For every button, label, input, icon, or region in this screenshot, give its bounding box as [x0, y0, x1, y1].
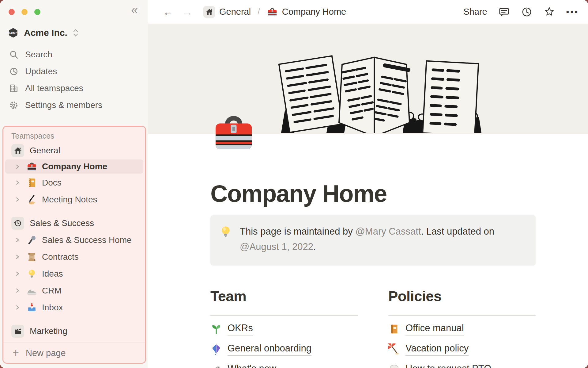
sidebar-page-sales-success-home[interactable]: Sales & Success Home	[3, 232, 145, 248]
content-columns: Team OKRs	[210, 288, 536, 368]
breadcrumb-separator: /	[258, 7, 260, 17]
policies-column: Policies Office manual	[388, 288, 536, 368]
building-icon	[9, 83, 19, 94]
page-link-vacation-policy[interactable]: Vacation policy	[388, 342, 536, 356]
date-mention[interactable]: @August 1, 2022	[240, 241, 313, 252]
toolbox-icon	[267, 7, 278, 17]
sidebar-item-search[interactable]: Search	[0, 46, 148, 63]
sidebar-divider	[3, 343, 145, 343]
minimize-window-button[interactable]	[21, 9, 28, 15]
gear-icon	[9, 100, 19, 110]
page-link-label: What's new	[228, 363, 276, 368]
sidebar-item-label: Updates	[25, 67, 57, 76]
updates-clock-icon	[9, 66, 19, 77]
cover-illustration	[267, 51, 481, 133]
teamspace-label: Sales & Success	[30, 218, 94, 228]
sidebar-page-company-home[interactable]: Company Home	[5, 159, 143, 174]
sneaker-icon	[26, 285, 38, 297]
teamspaces-section-label[interactable]: Teamspaces	[3, 130, 145, 142]
sidebar-item-settings[interactable]: Settings & members	[0, 97, 148, 113]
star-icon[interactable]	[544, 6, 555, 18]
share-button[interactable]: Share	[463, 7, 487, 17]
back-button[interactable]: ←	[163, 7, 173, 17]
page-link-office-manual[interactable]: Office manual	[388, 322, 536, 336]
page-label: Contracts	[42, 252, 79, 262]
lightbulb-icon	[26, 268, 38, 280]
teamspace-general[interactable]: General	[3, 142, 145, 159]
seedling-icon	[210, 323, 222, 335]
breadcrumb-item-general[interactable]: General	[219, 7, 251, 17]
plus-icon: +	[13, 347, 19, 358]
toggle-chevron-icon[interactable]	[15, 254, 26, 259]
zoom-window-button[interactable]	[34, 9, 40, 15]
sidebar-page-contracts[interactable]: Contracts	[3, 248, 145, 265]
page-link-label: How to request PTO	[405, 363, 491, 368]
page-link-how-to-request-pto[interactable]: How to request PTO	[388, 362, 536, 368]
page-link-general-onboarding[interactable]: General onboarding	[210, 342, 358, 356]
sidebar-page-inbox[interactable]: Inbox	[3, 299, 145, 316]
page-link-label: General onboarding	[228, 343, 311, 356]
comment-icon[interactable]	[498, 6, 510, 18]
page-title[interactable]: Company Home	[210, 180, 387, 208]
callout-segment: . Last updated on	[421, 226, 494, 237]
sidebar-item-updates[interactable]: Updates	[0, 63, 148, 80]
breadcrumb-item-company-home[interactable]: Company Home	[282, 7, 346, 17]
microphone-icon	[26, 234, 38, 246]
clapper-board-icon	[11, 325, 24, 338]
collapse-sidebar-icon[interactable]: «	[131, 4, 138, 16]
callout-text: This page is maintained by @Mary Cassatt…	[240, 224, 517, 257]
kite-icon	[210, 343, 222, 355]
sidebar: « ACME Acme Inc.	[0, 0, 148, 368]
team-column: Team OKRs	[210, 288, 358, 368]
thought-balloon-icon	[388, 364, 400, 368]
toolbox-icon	[26, 161, 38, 172]
topbar-actions: Share	[463, 6, 579, 18]
sidebar-page-meeting-notes[interactable]: Meeting Notes	[3, 191, 145, 208]
new-page-button[interactable]: + New page	[3, 345, 145, 361]
notion-window: « ACME Acme Inc.	[0, 0, 588, 368]
page-link-label: Vacation policy	[405, 343, 469, 356]
toggle-chevron-icon[interactable]	[15, 164, 26, 169]
ellipsis-icon[interactable]: •••	[566, 7, 579, 17]
forward-button[interactable]: →	[182, 7, 192, 17]
writing-hand-icon	[26, 194, 38, 205]
beach-umbrella-icon	[388, 343, 400, 355]
workspace-switcher[interactable]: ACME Acme Inc.	[7, 27, 79, 39]
page-icon-toolbox[interactable]	[210, 112, 257, 158]
history-clock-icon	[11, 217, 24, 230]
workspace-logo: ACME	[7, 27, 19, 39]
page-label: Inbox	[42, 303, 63, 312]
window-controls	[9, 9, 40, 15]
teamspace-label: General	[30, 146, 60, 155]
person-mention[interactable]: @Mary Cassatt	[355, 226, 421, 237]
toggle-chevron-icon[interactable]	[15, 271, 26, 276]
sidebar-page-docs[interactable]: Docs	[3, 174, 145, 191]
search-icon	[9, 49, 19, 60]
close-window-button[interactable]	[9, 9, 15, 15]
sidebar-page-crm[interactable]: CRM	[3, 282, 145, 299]
callout-segment: .	[313, 241, 316, 252]
teamspace-marketing[interactable]: Marketing	[3, 323, 145, 339]
page-link-label: Office manual	[405, 323, 464, 335]
toggle-chevron-icon[interactable]	[15, 197, 26, 202]
page-label: CRM	[42, 286, 62, 296]
house-icon	[11, 144, 24, 157]
teamspace-sales-success[interactable]: Sales & Success	[3, 215, 145, 232]
sidebar-page-ideas[interactable]: Ideas	[3, 265, 145, 282]
sidebar-item-label: Settings & members	[25, 100, 102, 110]
lightbulb-icon	[219, 225, 232, 239]
sidebar-item-label: All teamspaces	[25, 83, 83, 93]
toggle-chevron-icon[interactable]	[15, 305, 26, 310]
newspaper-icon	[210, 364, 222, 368]
page-link-okrs[interactable]: OKRs	[210, 322, 358, 336]
toggle-chevron-icon[interactable]	[15, 237, 26, 243]
page-link-label: OKRs	[228, 323, 253, 335]
page-label: Sales & Success Home	[42, 235, 132, 245]
page-link-whats-new[interactable]: What's new	[210, 362, 358, 368]
history-clock-icon[interactable]	[521, 6, 533, 18]
toggle-chevron-icon[interactable]	[15, 180, 26, 185]
new-page-label: New page	[26, 348, 66, 358]
sidebar-item-all-teamspaces[interactable]: All teamspaces	[0, 80, 148, 97]
page-label: Ideas	[42, 269, 63, 279]
toggle-chevron-icon[interactable]	[15, 288, 26, 293]
